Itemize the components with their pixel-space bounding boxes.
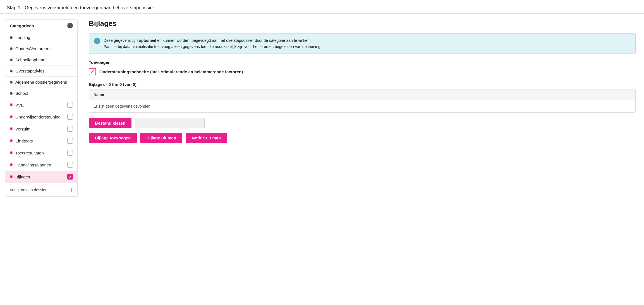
table-empty-message: Er zijn geen gegevens gevonden (89, 100, 635, 112)
checkbox-toetsresultaten[interactable] (67, 150, 73, 156)
sidebar-footer[interactable]: Voeg toe aan dossier ↑ (5, 183, 77, 196)
info-text: Deze gegevens zijn optioneel en kunnen w… (104, 38, 322, 50)
info-text-part1: Deze gegevens zijn (104, 38, 139, 43)
sidebar-item-onderwijsondersteuning[interactable]: Onderwijsondersteuning (5, 111, 77, 123)
ondersteuning-label: Ondersteuningsbehoefte (incl. stimuleren… (99, 69, 243, 74)
dot-overstapadvies (10, 70, 13, 72)
bijlages-subtitle: Bijlages - 0 t/m 0 (van 0) (89, 82, 636, 87)
sidebar-item-leerling[interactable]: Leerling (5, 32, 77, 43)
sidebar-label-handelingsplannen: Handelingsplannen (15, 163, 51, 167)
arrow-up-icon: ↑ (70, 187, 73, 193)
sidebar-item-verzuim[interactable]: Verzuim (5, 123, 77, 135)
dot-handelingsplannen (10, 163, 13, 166)
sidebar-item-schoolloopbaan[interactable]: Schoolloopbaan (5, 54, 77, 66)
sidebar-label-overstapadvies: Overstapadvies (15, 69, 44, 73)
sidebar-label-leerling: Leerling (15, 35, 30, 40)
sidebar-item-bijlages[interactable]: Bijlages (5, 171, 77, 183)
dot-verzuim (10, 127, 13, 130)
bijlage-toevoegen-button[interactable]: Bijlage toevoegen (89, 133, 137, 143)
section-title: Bijlages (89, 19, 636, 28)
info-text-bold: optioneel (139, 38, 156, 43)
sidebar-header: Categorieën i (5, 20, 77, 32)
sidebar-label-onderwijsondersteuning: Onderwijsondersteuning (15, 115, 61, 119)
dot-school (10, 92, 13, 95)
bijlage-uit-map-button[interactable]: Bijlage uit map (140, 133, 182, 143)
dot-leerling (10, 36, 13, 39)
dot-vve (10, 103, 13, 106)
sidebar-label-schoolloopbaan: Schoolloopbaan (15, 57, 46, 62)
sidebar-label-algemene: Algemene dossiergegevens (15, 80, 67, 84)
ondersteuning-row: Ondersteuningsbehoefte (incl. stimuleren… (89, 68, 636, 75)
dot-algemene (10, 81, 13, 84)
sidebar-label-school: School (15, 91, 28, 96)
file-input-display (135, 118, 205, 128)
info-box: i Deze gegevens zijn optioneel en kunnen… (89, 33, 636, 54)
action-buttons: Bijlage toevoegen Bijlage uit map Notiti… (89, 133, 636, 143)
file-row: Bestand kiezen (89, 118, 636, 128)
sidebar-item-eindtoets[interactable]: Eindtoets (5, 135, 77, 147)
sidebar-item-left: Leerling (10, 35, 30, 40)
sidebar-label-verzuim: Verzuim (15, 127, 30, 131)
sidebar-info-icon[interactable]: i (67, 23, 73, 28)
dot-onderwijsondersteuning (10, 115, 13, 118)
ondersteuning-checkbox[interactable] (89, 68, 96, 75)
toevoegen-label: Toevoegen (89, 60, 636, 65)
bestand-kiezen-button[interactable]: Bestand kiezen (89, 118, 131, 128)
bijlages-table: Naam Er zijn geen gegevens gevonden (89, 89, 636, 113)
sidebar-label-vve: VVE (15, 103, 24, 107)
main-content: Bijlages i Deze gegevens zijn optioneel … (78, 19, 644, 265)
sidebar-item-handelingsplannen[interactable]: Handelingsplannen (5, 159, 77, 171)
sidebar-item-school[interactable]: School (5, 88, 77, 99)
info-text-part2: en kunnen worden toegevoegd aan het over… (156, 38, 310, 43)
sidebar-footer-label: Voeg toe aan dossier (10, 188, 47, 192)
checkbox-handelingsplannen[interactable] (67, 162, 73, 168)
sidebar-label-eindtoets: Eindtoets (15, 139, 33, 143)
dot-bijlages (10, 175, 13, 178)
checkbox-eindtoets[interactable] (67, 138, 73, 144)
table-header: Naam (89, 90, 635, 100)
notitie-uit-map-button[interactable]: Notitie uit map (186, 133, 227, 143)
dot-toetsresultaten (10, 151, 13, 154)
checkbox-vve[interactable] (67, 102, 73, 108)
sidebar-label-toetsresultaten: Toetsresultaten (15, 151, 44, 155)
sidebar-label-ouders: Ouders/Verzorgers (15, 46, 51, 51)
dot-schoolloopbaan (10, 59, 13, 61)
dot-ouders (10, 47, 13, 50)
sidebar-title: Categorieën (10, 23, 34, 28)
sidebar-item-algemene-dossiergegevens[interactable]: Algemene dossiergegevens (5, 77, 77, 88)
checkbox-onderwijsondersteuning[interactable] (67, 114, 73, 120)
sidebar-item-ouders-verzorgers[interactable]: Ouders/Verzorgers (5, 43, 77, 54)
info-icon: i (94, 38, 100, 44)
sidebar-item-overstapadvies[interactable]: Overstapadvies (5, 66, 77, 77)
sidebar-item-vve[interactable]: VVE (5, 99, 77, 111)
sidebar-label-bijlages: Bijlages (15, 175, 30, 179)
info-text-line2: Pas hierbij dataminimalisatie toe: voeg … (104, 44, 322, 49)
dot-eindtoets (10, 139, 13, 142)
checkbox-bijlages[interactable] (67, 174, 73, 180)
checkbox-verzuim[interactable] (67, 126, 73, 132)
sidebar: Categorieën i Leerling Ouders/Verzorgers… (5, 19, 78, 197)
sidebar-item-toetsresultaten[interactable]: Toetsresultaten (5, 147, 77, 159)
page-header: Stap 1 - Gegevens verzamelen en toevoege… (0, 0, 644, 14)
